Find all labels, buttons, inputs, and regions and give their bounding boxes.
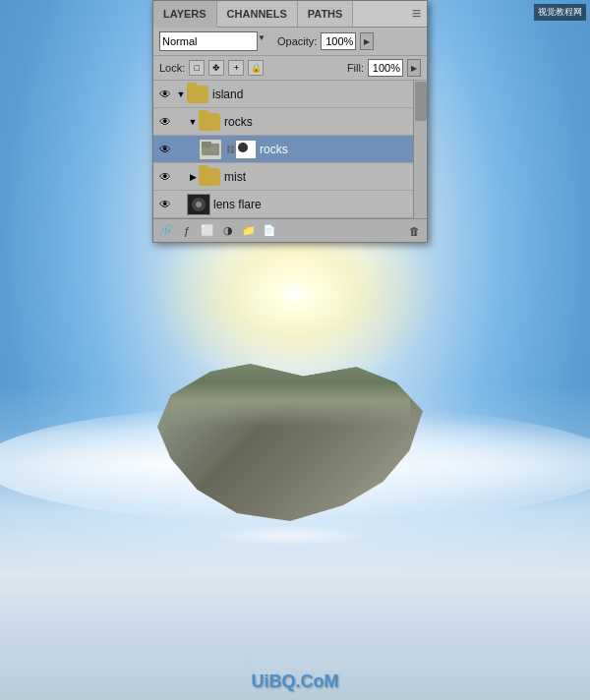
blend-mode-wrap: Normal <box>159 31 267 51</box>
scroll-thumb[interactable] <box>415 82 427 121</box>
layer-name-lensflare: lens flare <box>213 198 413 211</box>
opacity-label: Opacity: <box>277 35 317 47</box>
blend-opacity-row: Normal Opacity: ▶ <box>153 28 427 56</box>
panel-tabs: LAYERS CHANNELS PATHS ≡ <box>153 1 427 28</box>
eye-icon-mist[interactable]: 👁 <box>155 167 175 187</box>
lock-all-icon[interactable]: 🔒 <box>248 60 264 76</box>
panel-menu-icon[interactable]: ≡ <box>406 1 427 27</box>
folder-icon-mist <box>199 168 220 186</box>
opacity-arrow[interactable]: ▶ <box>360 32 374 50</box>
layer-name-rocks-layer: rocks <box>260 143 425 156</box>
layers-panel: LAYERS CHANNELS PATHS ≡ Normal Opacity: … <box>152 0 428 243</box>
toggle-island[interactable]: ▼ <box>175 85 187 104</box>
layer-mask-rocks <box>235 140 257 159</box>
fill-arrow[interactable]: ▶ <box>407 59 421 77</box>
layer-row-rocks-layer[interactable]: 👁 ⛓ rocks <box>153 136 427 163</box>
toggle-mist[interactable]: ▶ <box>187 167 199 187</box>
rock-shadow <box>210 526 370 546</box>
toggle-rocks[interactable]: ▼ <box>187 112 199 132</box>
eye-icon-island[interactable]: 👁 <box>155 85 175 104</box>
layers-list: 👁 ▼ island 👁 ▼ rocks 👁 <box>153 81 427 218</box>
adjustment-layer-icon[interactable]: ◑ <box>219 222 237 240</box>
layers-scrollbar[interactable] <box>413 81 427 218</box>
watermark: 视觉教程网 <box>534 4 586 21</box>
bottom-brand: UiBQ.CoM <box>0 671 590 692</box>
delete-layer-icon[interactable]: 🗑 <box>405 222 423 240</box>
rock-island <box>157 334 423 531</box>
lock-fill-row: Lock: □ ✥ + 🔒 Fill: ▶ <box>153 56 427 81</box>
layer-style-icon[interactable]: ƒ <box>178 222 196 240</box>
rock-body <box>157 364 423 521</box>
layer-group-icon[interactable]: 📁 <box>240 222 258 240</box>
layers-bottom-toolbar: 🔗 ƒ ⬜ ◑ 📁 📄 🗑 <box>153 218 427 242</box>
layer-row-lensflare[interactable]: 👁 lens flare 🔧 <box>153 191 427 218</box>
folder-icon-island <box>187 86 208 103</box>
layer-thumb-rocks <box>199 139 222 160</box>
layer-row-rocks-folder[interactable]: 👁 ▼ rocks <box>153 108 427 136</box>
layer-name-island: island <box>212 88 425 101</box>
eye-icon-rocks-folder[interactable]: 👁 <box>155 112 175 132</box>
chain-icon-rocks: ⛓ <box>225 140 235 159</box>
folder-icon-rocks <box>199 113 220 131</box>
eye-icon-rocks-layer[interactable]: 👁 <box>155 140 175 159</box>
link-layers-icon[interactable]: 🔗 <box>157 222 175 240</box>
layer-name-mist: mist <box>224 170 425 184</box>
layer-thumb-lensflare <box>187 194 210 215</box>
layer-row-island[interactable]: 👁 ▼ island <box>153 81 427 108</box>
tab-channels[interactable]: CHANNELS <box>217 1 298 27</box>
lock-move-icon[interactable]: + <box>228 60 244 76</box>
new-layer-icon[interactable]: 📄 <box>261 222 278 240</box>
layers-list-wrap: 👁 ▼ island 👁 ▼ rocks 👁 <box>153 81 427 218</box>
svg-point-5 <box>196 202 202 207</box>
opacity-input[interactable] <box>321 32 356 50</box>
lock-label: Lock: <box>159 62 185 74</box>
lock-position-icon[interactable]: ✥ <box>208 60 224 76</box>
fill-label: Fill: <box>347 62 364 74</box>
tab-paths[interactable]: PATHS <box>298 1 354 27</box>
fill-input[interactable] <box>368 59 403 77</box>
layer-name-rocks-folder: rocks <box>224 115 425 129</box>
svg-rect-2 <box>202 142 211 147</box>
lock-pixels-icon[interactable]: □ <box>189 60 205 76</box>
tab-layers[interactable]: LAYERS <box>153 1 217 28</box>
layer-row-mist[interactable]: 👁 ▶ mist <box>153 163 427 191</box>
blend-mode-select[interactable]: Normal <box>159 31 258 51</box>
eye-icon-lensflare[interactable]: 👁 <box>155 195 175 214</box>
layer-mask-icon[interactable]: ⬜ <box>199 222 216 240</box>
